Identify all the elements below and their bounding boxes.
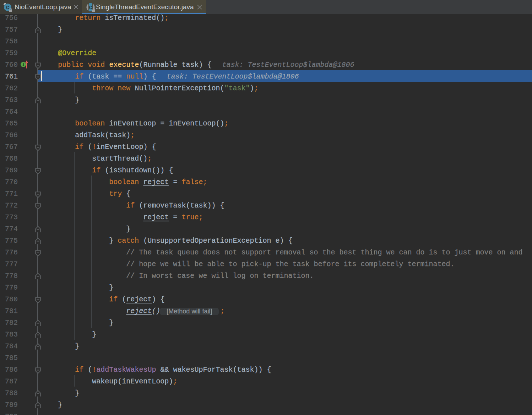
svg-text:C: C — [89, 5, 92, 11]
svg-text:C: C — [6, 5, 9, 11]
